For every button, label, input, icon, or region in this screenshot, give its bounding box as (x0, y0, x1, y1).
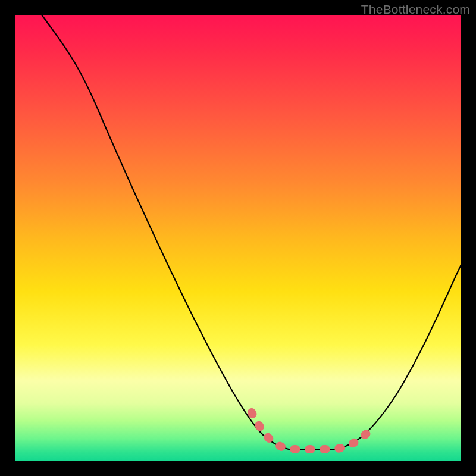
bottleneck-curve-svg (15, 15, 461, 461)
sweet-spot-dashed (252, 412, 373, 449)
watermark-text: TheBottleneck.com (361, 2, 470, 17)
chart-frame: TheBottleneck.com (0, 0, 476, 476)
bottleneck-curve (42, 15, 461, 449)
